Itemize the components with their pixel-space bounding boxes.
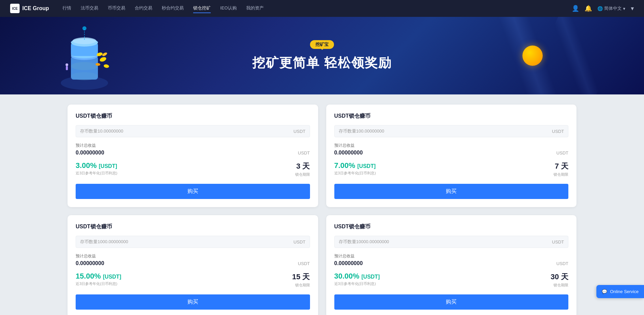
card-3-input-currency: USDT — [293, 239, 305, 245]
card-3-buy-button[interactable]: 购买 — [76, 294, 310, 310]
card-2-input-value: 存币数量100.00000000 — [339, 128, 552, 134]
nav-lang[interactable]: 🌐 简体中文 ▾ — [597, 5, 625, 11]
online-service-label: Online Service — [610, 289, 639, 294]
card-4-stats-row: 30.00% [USDT] 近3日参考年化(日币利息) 30 天 锁仓期限 — [334, 272, 569, 288]
card-2-rate-label: 近3日参考年化(日币利息) — [334, 171, 376, 176]
card-1-days: 3 天 锁仓期限 — [295, 161, 310, 177]
hero-banner: 挖矿宝 挖矿更简单 轻松领奖励 — [0, 17, 644, 94]
svg-point-3 — [71, 62, 98, 70]
card-3-title: USDT锁仓赚币 — [76, 223, 310, 230]
card-1-days-label: 锁仓期限 — [295, 172, 310, 177]
card-3-rate-value: 15.00% [USDT] — [76, 272, 121, 281]
user-icon[interactable]: 👤 — [572, 5, 579, 12]
card-1-earnings-currency: USDT — [298, 150, 310, 155]
mining-card-3: USDT锁仓赚币 存币数量1000.00000000 USDT 预计总收益 0.… — [68, 215, 318, 315]
hero-content: 挖矿宝 挖矿更简单 轻松领奖励 — [252, 40, 392, 71]
card-4-input-row: 存币数量10000.00000000 USDT — [334, 236, 569, 248]
card-2-days: 7 天 锁仓期限 — [553, 161, 568, 177]
card-2-earnings-label: 预计总收益 — [334, 143, 569, 148]
card-1-earnings-label: 预计总收益 — [76, 143, 310, 148]
card-1-rate-label: 近3日参考年化(日币利息) — [76, 171, 117, 176]
card-1-days-value: 3 天 — [296, 161, 310, 171]
nav-logo-text: ICE Group — [22, 5, 49, 11]
card-3-input-row: 存币数量1000.00000000 USDT — [76, 236, 310, 248]
card-1-title: USDT锁仓赚币 — [76, 113, 310, 120]
lang-label: 简体中文 — [604, 5, 622, 11]
card-4-rate: 30.00% [USDT] 近3日参考年化(日币利息) — [334, 272, 380, 286]
nav-right: 👤 🔔 🌐 简体中文 ▾ ▾ — [572, 5, 634, 12]
nav-link-contract[interactable]: 合约交易 — [135, 4, 152, 13]
card-1-input-row: 存币数量10.00000000 USDT — [76, 125, 310, 137]
card-1-rate: 3.00% [USDT] 近3日参考年化(日币利息) — [76, 161, 117, 176]
nav-link-assets[interactable]: 我的资产 — [246, 4, 264, 13]
card-4-rate-label: 近3日参考年化(日币利息) — [334, 281, 380, 286]
card-1-input-currency: USDT — [293, 129, 305, 134]
card-1-buy-button[interactable]: 购买 — [76, 184, 310, 199]
card-2-stats-row: 7.00% [USDT] 近3日参考年化(日币利息) 7 天 锁仓期限 — [334, 161, 569, 177]
svg-point-15 — [102, 52, 108, 57]
nav-link-spot[interactable]: 币币交易 — [108, 4, 125, 13]
card-4-input-value: 存币数量10000.00000000 — [339, 239, 552, 245]
more-icon[interactable]: ▾ — [631, 5, 634, 12]
card-3-days-value: 15 天 — [292, 272, 310, 282]
mining-card-2: USDT锁仓赚币 存币数量100.00000000 USDT 预计总收益 0.0… — [326, 105, 577, 207]
svg-point-17 — [82, 26, 86, 30]
globe-icon: 🌐 — [597, 6, 603, 11]
nav-logo-icon: ICE — [10, 4, 20, 13]
card-2-title: USDT锁仓赚币 — [334, 113, 569, 120]
svg-rect-9 — [66, 66, 68, 70]
mining-card-1: USDT锁仓赚币 存币数量10.00000000 USDT 预计总收益 0.00… — [68, 105, 318, 207]
card-3-stats-row: 15.00% [USDT] 近3日参考年化(日币利息) 15 天 锁仓期限 — [76, 272, 310, 288]
bell-icon[interactable]: 🔔 — [585, 5, 592, 12]
nav-links: 行情 法币交易 币币交易 合约交易 秒合约交易 锁仓挖矿 IEO认购 我的资产 — [62, 4, 572, 13]
card-4-rate-value: 30.00% [USDT] — [334, 272, 380, 281]
nav-link-second-contract[interactable]: 秒合约交易 — [162, 4, 184, 13]
card-4-earnings-label: 预计总收益 — [334, 253, 569, 259]
navbar: ICE ICE Group 行情 法币交易 币币交易 合约交易 秒合约交易 锁仓… — [0, 0, 644, 17]
svg-point-12 — [103, 64, 109, 68]
card-3-rate-label: 近3日参考年化(日币利息) — [76, 281, 121, 286]
card-4-title: USDT锁仓赚币 — [334, 223, 569, 230]
nav-link-market[interactable]: 行情 — [62, 4, 71, 13]
card-3-earnings-row: 0.00000000 USDT — [76, 260, 310, 266]
main-content: USDT锁仓赚币 存币数量10.00000000 USDT 预计总收益 0.00… — [0, 94, 644, 315]
chat-icon: 💬 — [602, 289, 607, 294]
card-1-stats-row: 3.00% [USDT] 近3日参考年化(日币利息) 3 天 锁仓期限 — [76, 161, 310, 177]
card-4-input-currency: USDT — [552, 239, 564, 245]
svg-point-10 — [66, 63, 68, 66]
cards-grid: USDT锁仓赚币 存币数量10.00000000 USDT 预计总收益 0.00… — [68, 105, 576, 315]
card-3-earnings-currency: USDT — [298, 261, 310, 266]
card-2-earnings-value: 0.00000000 — [334, 150, 363, 156]
hero-badge: 挖矿宝 — [310, 40, 334, 49]
card-3-earnings-label: 预计总收益 — [76, 253, 310, 259]
card-2-days-value: 7 天 — [555, 161, 568, 171]
hero-illustration — [51, 22, 118, 94]
card-3-input-value: 存币数量1000.00000000 — [80, 239, 293, 245]
mining-card-4: USDT锁仓赚币 存币数量10000.00000000 USDT 预计总收益 0… — [326, 215, 577, 315]
card-4-days-label: 锁仓期限 — [553, 283, 568, 288]
card-1-input-value: 存币数量10.00000000 — [80, 128, 293, 134]
card-2-rate: 7.00% [USDT] 近3日参考年化(日币利息) — [334, 161, 376, 176]
card-2-earnings-row: 0.00000000 USDT — [334, 150, 569, 156]
card-2-input-row: 存币数量100.00000000 USDT — [334, 125, 569, 137]
card-2-buy-button[interactable]: 购买 — [334, 184, 569, 199]
hero-title: 挖矿更简单 轻松领奖励 — [252, 54, 392, 71]
card-3-rate: 15.00% [USDT] 近3日参考年化(日币利息) — [76, 272, 121, 286]
card-1-rate-value: 3.00% [USDT] — [76, 161, 117, 170]
nav-link-ieo[interactable]: IEO认购 — [220, 4, 236, 13]
card-3-days-label: 锁仓期限 — [295, 283, 310, 288]
nav-link-fiat[interactable]: 法币交易 — [81, 4, 98, 13]
nav-link-mining[interactable]: 锁仓挖矿 — [193, 4, 211, 13]
online-service-button[interactable]: 💬 Online Service — [596, 285, 644, 298]
chevron-down-icon: ▾ — [623, 6, 625, 11]
svg-point-4 — [71, 72, 98, 80]
nav-logo[interactable]: ICE ICE Group — [10, 4, 49, 13]
card-3-earnings-value: 0.00000000 — [76, 260, 104, 266]
card-4-earnings-currency: USDT — [557, 261, 568, 266]
card-2-days-label: 锁仓期限 — [553, 172, 568, 177]
card-1-earnings-value: 0.00000000 — [76, 150, 104, 156]
card-2-rate-value: 7.00% [USDT] — [334, 161, 376, 170]
card-2-earnings-currency: USDT — [557, 150, 568, 155]
card-1-earnings-row: 0.00000000 USDT — [76, 150, 310, 156]
card-4-buy-button[interactable]: 购买 — [334, 294, 569, 310]
